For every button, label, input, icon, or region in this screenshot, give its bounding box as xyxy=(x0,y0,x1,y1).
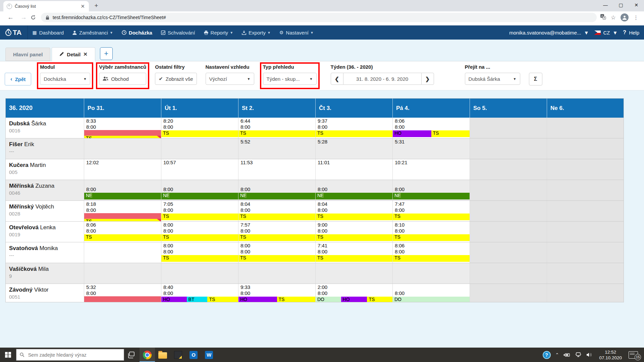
week-prev-button[interactable]: ❮ xyxy=(331,73,343,85)
outlook-button[interactable]: O xyxy=(186,348,201,362)
taskbar-clock[interactable]: 12:52 07.10.2020 xyxy=(597,349,624,361)
day-cell[interactable] xyxy=(470,222,547,242)
taskbar-search-input[interactable] xyxy=(28,352,120,358)
browser-back-icon[interactable]: ← xyxy=(7,14,14,21)
day-cell[interactable] xyxy=(547,263,624,284)
day-cell[interactable]: 10:21 xyxy=(393,159,470,180)
employee-name-cell[interactable]: Závodný Viktor0051 xyxy=(6,284,84,302)
taskbar-search[interactable] xyxy=(16,349,124,361)
nav-item-dochazka[interactable]: Docházka xyxy=(117,25,157,40)
employee-name-cell[interactable]: Měřínský Vojtěch0028 xyxy=(6,201,84,221)
day-cell[interactable]: 8:00DO xyxy=(393,284,470,302)
tray-expand-icon[interactable]: ⌃ xyxy=(555,352,559,357)
day-cell[interactable]: 7:578:00TS xyxy=(238,222,316,242)
day-cell[interactable] xyxy=(547,180,624,200)
day-cell[interactable]: 8:00NE xyxy=(316,180,393,200)
power-tray-icon[interactable] xyxy=(564,353,570,357)
modul-select[interactable]: Docházka ▼ xyxy=(40,73,90,85)
new-tab-button[interactable]: + xyxy=(92,1,101,11)
back-button[interactable]: ‹ Zpět xyxy=(5,73,31,85)
day-cell[interactable]: 8:208:00TS xyxy=(161,118,238,138)
day-cell[interactable]: 8:048:00TS xyxy=(238,201,316,221)
day-cell[interactable] xyxy=(238,263,316,284)
day-cell[interactable]: 8:048:00TS xyxy=(316,201,393,221)
day-cell[interactable]: 8:108:00TS xyxy=(393,222,470,242)
browser-reload-icon[interactable] xyxy=(30,14,36,20)
day-cell[interactable]: 5:328:00HOTS xyxy=(84,284,161,302)
nav-item-nastaveni[interactable]: ⚙ Nastavení ▼ xyxy=(275,25,318,40)
notification-center-button[interactable]: 15 xyxy=(629,351,638,359)
day-cell[interactable] xyxy=(470,242,547,263)
day-cell[interactable]: 11:01 xyxy=(316,159,393,180)
url-field[interactable]: test.firemnidochazka.cz/cs-CZ/TimeSheet/… xyxy=(41,13,597,22)
prejit-na-select[interactable]: Dubská Šárka ▼ xyxy=(465,73,520,85)
day-cell[interactable]: 5:52 xyxy=(238,138,316,159)
network-tray-icon[interactable] xyxy=(575,352,582,357)
day-cell[interactable] xyxy=(470,180,547,200)
day-cell[interactable] xyxy=(470,118,547,138)
day-cell[interactable]: 8:338:00TS xyxy=(84,118,161,138)
nav-item-zamestnanci[interactable]: Zaměstnanci ▼ xyxy=(68,25,117,40)
week-next-button[interactable]: ❯ xyxy=(421,73,434,85)
day-cell[interactable]: 12:02 xyxy=(84,159,161,180)
day-cell[interactable] xyxy=(470,263,547,284)
day-cell[interactable] xyxy=(547,118,624,138)
nav-item-reporty[interactable]: Reporty ▼ xyxy=(200,25,237,40)
vzhled-select[interactable]: Výchozí ▼ xyxy=(206,73,254,85)
day-cell[interactable]: 5:28 xyxy=(316,138,393,159)
day-cell[interactable] xyxy=(547,284,624,302)
tab-hlavni-panel[interactable]: Hlavní panel xyxy=(5,48,50,61)
day-cell[interactable]: 9:008:00TS xyxy=(316,222,393,242)
day-cell[interactable]: 6:448:00TS xyxy=(238,118,316,138)
day-cell[interactable]: 7:058:00TS xyxy=(161,201,238,221)
ita-logo[interactable]: TA xyxy=(0,25,28,40)
day-cell[interactable]: 8:00NE xyxy=(238,180,316,200)
day-cell[interactable]: 8:008:00TS xyxy=(161,242,238,263)
language-menu[interactable]: CZ ▼ xyxy=(594,30,618,36)
nav-item-exporty[interactable]: Exporty ▼ xyxy=(237,25,275,40)
employee-name-cell[interactable]: Vašíčková Mila9 xyxy=(6,263,84,284)
tab-detail[interactable]: Detail ✕ xyxy=(52,47,95,61)
tab-close-icon[interactable]: ✕ xyxy=(80,3,86,9)
chrome-taskbar-button[interactable] xyxy=(140,348,155,362)
day-cell[interactable]: 8:068:00HOTS xyxy=(393,118,470,138)
day-cell[interactable] xyxy=(316,263,393,284)
word-button[interactable]: W xyxy=(201,348,217,362)
day-cell[interactable] xyxy=(161,263,238,284)
sticky-notes-button[interactable] xyxy=(170,348,186,362)
day-cell[interactable]: 8:068:00TS xyxy=(393,242,470,263)
day-cell[interactable]: 11:53 xyxy=(238,159,316,180)
nav-item-schvalovani[interactable]: Schvalování xyxy=(157,25,200,40)
browser-menu-icon[interactable]: ⋮ xyxy=(633,14,639,21)
sum-button[interactable]: Σ xyxy=(529,73,542,85)
day-cell[interactable]: 7:478:00TS xyxy=(393,201,470,221)
tab-close-icon[interactable]: ✕ xyxy=(83,51,88,57)
bookmark-star-icon[interactable]: ☆ xyxy=(611,14,616,21)
day-cell[interactable]: 2:008:00DOHOTS xyxy=(316,284,393,302)
day-cell[interactable] xyxy=(470,138,547,159)
employee-name-cell[interactable]: Kučera Martin005 xyxy=(6,159,84,180)
window-maximize-button[interactable]: ▢ xyxy=(613,0,629,10)
user-menu[interactable]: monika.svatonova@mobatime... ▼ xyxy=(509,30,589,36)
employee-name-cell[interactable]: Měřínská Zuzana0046 xyxy=(6,180,84,200)
day-cell[interactable]: 9:338:00HOTS xyxy=(238,284,316,302)
add-tab-button[interactable]: + xyxy=(100,47,113,60)
remote-help-tray-icon[interactable]: ? xyxy=(543,351,551,359)
nav-item-dashboard[interactable]: ▦ Dashboard xyxy=(28,25,68,40)
browser-forward-icon[interactable]: → xyxy=(20,14,27,21)
day-cell[interactable] xyxy=(470,284,547,302)
day-cell[interactable]: 8:00NE xyxy=(393,180,470,200)
day-cell[interactable] xyxy=(547,201,624,221)
file-explorer-button[interactable] xyxy=(155,348,170,362)
day-cell[interactable]: 8:188:00TS xyxy=(84,201,161,221)
day-cell[interactable]: 10:57 xyxy=(161,159,238,180)
day-cell[interactable] xyxy=(470,201,547,221)
profile-avatar-icon[interactable] xyxy=(621,13,629,21)
day-cell[interactable] xyxy=(84,263,161,284)
employee-name-cell[interactable]: Svatoňová Monika--- xyxy=(6,242,84,263)
employee-name-cell[interactable]: Dubská Šárka0016 xyxy=(6,118,84,138)
zobrazit-vse-button[interactable]: ✔ Zobrazit vše xyxy=(155,73,197,85)
typ-prehledu-select[interactable]: Týden - skup... ▼ xyxy=(263,73,317,85)
day-cell[interactable] xyxy=(84,138,161,159)
day-cell[interactable] xyxy=(470,159,547,180)
